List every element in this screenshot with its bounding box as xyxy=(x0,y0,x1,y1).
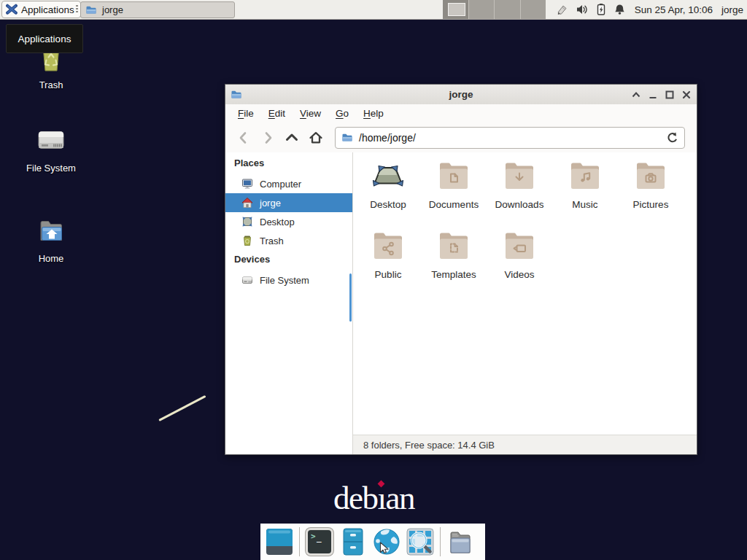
top-panel: Applications jorge xyxy=(0,0,747,20)
path-folder-icon xyxy=(341,132,353,144)
forward-button[interactable] xyxy=(258,128,277,147)
home-icon xyxy=(307,129,325,147)
menu-help[interactable]: Help xyxy=(356,108,391,119)
sidebar: Places Computer jorge Desktop Trash Devi… xyxy=(225,152,353,454)
file-item-documents[interactable]: Documents xyxy=(421,158,487,210)
taskbar-window-label: jorge xyxy=(102,4,123,15)
applications-tooltip: Applications xyxy=(6,24,83,53)
applications-menu-button[interactable]: Applications xyxy=(1,1,81,18)
sidebar-item-filesystem[interactable]: File System xyxy=(225,271,352,289)
toolbar: /home/jorge/ xyxy=(225,122,697,153)
dock: > _ xyxy=(260,524,485,560)
folder-videos-icon xyxy=(502,228,537,263)
battery-icon[interactable] xyxy=(595,3,607,16)
sidebar-item-desktop[interactable]: Desktop xyxy=(225,212,352,231)
file-manager-body: Places Computer jorge Desktop Trash Devi… xyxy=(225,152,697,454)
menu-edit[interactable]: Edit xyxy=(261,108,293,119)
xfce-applications-icon xyxy=(6,4,18,15)
desktop-icon-home[interactable]: Home xyxy=(15,213,88,264)
applications-menu-label: Applications xyxy=(21,4,74,15)
workspace-2[interactable] xyxy=(468,0,495,19)
workspace-pager[interactable] xyxy=(443,0,546,19)
file-manager-window: jorge File Edit View Go Hel xyxy=(225,84,697,455)
path-text[interactable]: /home/jorge/ xyxy=(359,132,666,144)
computer-icon xyxy=(241,178,253,190)
desktop-icon-trash-label: Trash xyxy=(15,79,88,90)
places-header: Places xyxy=(234,158,264,168)
desktop-icon xyxy=(371,158,406,193)
tasklist-handle[interactable] xyxy=(76,5,78,14)
taskbar-window-button[interactable]: jorge xyxy=(80,1,235,18)
trash-icon xyxy=(241,235,253,246)
application-finder-icon[interactable] xyxy=(406,528,434,556)
sidebar-item-trash[interactable]: Trash xyxy=(225,231,352,250)
file-item-videos[interactable]: Videos xyxy=(487,228,552,280)
file-item-desktop[interactable]: Desktop xyxy=(355,158,421,210)
file-item-public[interactable]: Public xyxy=(355,228,421,280)
panel-user-label[interactable]: jorge xyxy=(721,4,743,15)
panel-clock[interactable]: Sun 25 Apr, 10:06 xyxy=(635,4,713,15)
maximize-icon xyxy=(664,89,676,101)
statusbar: 8 folders, Free space: 14.4 GiB xyxy=(353,435,697,454)
reload-icon[interactable] xyxy=(666,131,678,144)
shade-button[interactable] xyxy=(630,89,642,101)
folder-pictures-icon xyxy=(633,158,668,193)
workspace-1[interactable] xyxy=(443,0,468,19)
file-item-music[interactable]: Music xyxy=(552,158,618,210)
desktop-icon-filesystem[interactable]: File System xyxy=(15,122,88,174)
minimize-button[interactable] xyxy=(647,89,659,101)
up-button[interactable] xyxy=(282,128,301,147)
icon-view: Desktop Documents Downloads Music Pictur… xyxy=(353,152,697,435)
back-button[interactable] xyxy=(234,128,253,147)
web-browser-globe-icon[interactable] xyxy=(373,528,400,556)
shade-icon xyxy=(630,89,642,101)
workspace-3[interactable] xyxy=(494,0,520,19)
folder-public-icon xyxy=(371,228,406,263)
menu-go[interactable]: Go xyxy=(328,108,356,119)
file-cabinet-icon[interactable] xyxy=(339,528,367,556)
file-item-templates[interactable]: Templates xyxy=(421,228,487,280)
close-icon xyxy=(681,89,692,101)
workspace-4[interactable] xyxy=(520,0,546,19)
dock-separator xyxy=(299,527,300,556)
desktop-icon-home-label: Home xyxy=(15,253,88,264)
system-tray xyxy=(556,3,626,16)
file-item-pictures[interactable]: Pictures xyxy=(618,158,684,210)
desktop-stroke-artifact xyxy=(158,395,206,421)
volume-icon[interactable] xyxy=(576,3,589,16)
home-icon xyxy=(241,197,253,209)
hard-drive-icon xyxy=(34,122,69,158)
pen-tool-icon[interactable] xyxy=(556,3,569,16)
window-titlebar[interactable]: jorge xyxy=(225,85,697,105)
path-entry[interactable]: /home/jorge/ xyxy=(335,127,685,149)
menubar: File Edit View Go Help xyxy=(225,104,697,122)
notifications-bell-icon[interactable] xyxy=(614,3,626,16)
sidebar-scrollbar[interactable] xyxy=(349,273,352,322)
sidebar-item-jorge[interactable]: jorge xyxy=(225,193,352,212)
maximize-button[interactable] xyxy=(664,89,676,101)
minimize-icon xyxy=(647,89,659,101)
up-icon xyxy=(283,129,301,147)
folder-templates-icon xyxy=(436,228,471,263)
desktop-icon-filesystem-label: File System xyxy=(15,163,88,174)
debian-logo: debıan xyxy=(333,482,414,515)
folder-icon xyxy=(85,4,97,16)
sidebar-item-computer[interactable]: Computer xyxy=(225,174,352,193)
terminal-icon[interactable]: > _ xyxy=(306,528,333,556)
show-desktop-icon[interactable] xyxy=(266,528,293,556)
hard-drive-icon xyxy=(241,274,253,286)
close-button[interactable] xyxy=(681,89,692,101)
menu-view[interactable]: View xyxy=(293,108,328,119)
folder-documents-icon xyxy=(436,158,471,193)
workspace-window-miniature xyxy=(448,3,465,16)
menu-file[interactable]: File xyxy=(231,108,261,119)
statusbar-text: 8 folders, Free space: 14.4 GiB xyxy=(363,440,495,451)
folder-downloads-icon xyxy=(502,158,537,193)
window-title: jorge xyxy=(225,89,697,100)
directory-folder-icon[interactable] xyxy=(446,528,474,556)
back-icon xyxy=(235,129,252,147)
dock-separator xyxy=(440,527,441,556)
forward-icon xyxy=(259,129,276,147)
home-button[interactable] xyxy=(306,128,325,147)
file-item-downloads[interactable]: Downloads xyxy=(487,158,552,210)
